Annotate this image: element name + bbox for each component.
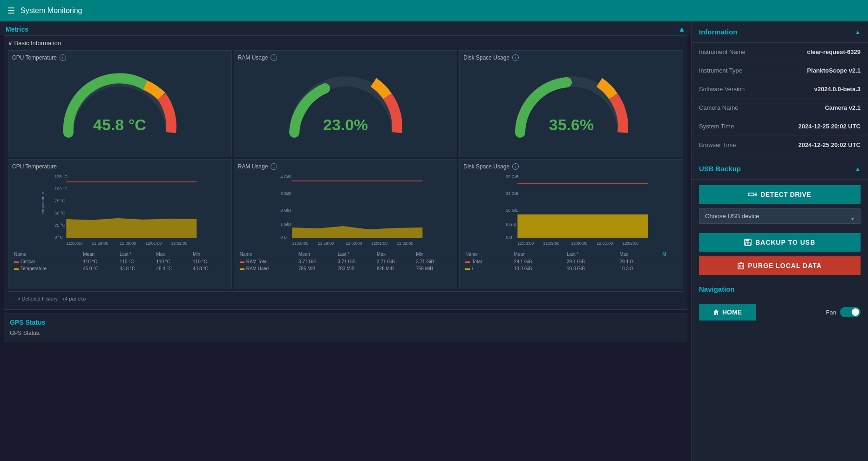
svg-text:0 °C: 0 °C — [54, 235, 63, 240]
svg-text:8 GiB: 8 GiB — [506, 222, 517, 227]
metrics-title: Metrics — [6, 26, 28, 33]
svg-marker-34 — [292, 226, 422, 238]
info-row-browser-time: Browser Time 2024-12-25 20:02 UTC — [692, 136, 868, 154]
legend-disk-total: Total 29.1 GiB 29.1 GiB 29.1 G — [463, 258, 679, 266]
legend-critical: Critical 110 °C 110 °C 110 °C 110 °C — [12, 258, 228, 266]
cpu-legend-table: Name Mean Last * Max Min Critical 110 °C — [12, 251, 228, 272]
svg-text:11:58:00: 11:58:00 — [518, 241, 534, 246]
gps-status-label: GPS Status: — [10, 330, 681, 336]
ram-gauge-svg: 23.0% — [280, 63, 411, 142]
usb-backup-section: DETECT DRIVE Choose USB device BACKUP TO… — [692, 180, 868, 281]
svg-text:16 GiB: 16 GiB — [506, 208, 519, 213]
gauges-row: CPU Temperature i 45.8 °C — [8, 50, 683, 157]
ram-chart-svg: 4 GiB 3 GiB 2 GiB 1 GiB 0 B — [238, 173, 454, 247]
ram-usage-chart: RAM Usage i 4 GiB 3 GiB 2 GiB 1 GiB 0 B — [234, 159, 458, 289]
detailed-history-toggle[interactable]: > Detailed History (4 panels) — [8, 291, 683, 306]
svg-text:2 GiB: 2 GiB — [280, 208, 291, 213]
app-title: System Monitoring — [20, 7, 82, 15]
svg-text:25 °C: 25 °C — [54, 223, 65, 227]
svg-text:11:59:00: 11:59:00 — [543, 241, 560, 246]
basic-info-toggle[interactable]: ∨ Basic Information — [8, 40, 683, 47]
disk-gauge-info-icon[interactable]: i — [512, 54, 519, 61]
left-content: Metrics ▲ ∨ Basic Information CPU Temper… — [0, 21, 691, 461]
cpu-temperature-chart: CPU Temperature 125 °C 100 °C 75 °C 50 °… — [8, 159, 232, 289]
cpu-chart-svg: 125 °C 100 °C 75 °C 50 °C 25 °C 0 °C tem… — [12, 173, 228, 247]
svg-text:0 B: 0 B — [506, 235, 513, 240]
disk-space-gauge: Disk Space Usage i 35.6% — [459, 50, 683, 157]
svg-text:23.0%: 23.0% — [323, 116, 368, 134]
svg-text:50 °C: 50 °C — [54, 211, 65, 215]
disk-chart-title: Disk Space Usage i — [463, 163, 679, 170]
cpu-gauge-svg: 45.8 °C — [54, 63, 185, 142]
navigation-section-title: Navigation — [699, 285, 735, 293]
info-row-system-time: System Time 2024-12-25 20:02 UTC — [692, 117, 868, 136]
legend-disk-slash: / 10.3 GiB 10.3 GiB 10.3 G — [463, 265, 679, 272]
fan-toggle-wrapper: Fan — [826, 307, 861, 317]
home-button[interactable]: HOME — [699, 304, 756, 321]
legend-ram-used: RAM Used 795 MiB 783 MiB 828 MiB 759 MiB — [238, 265, 454, 272]
navigation-section-header: Navigation — [692, 281, 868, 298]
usb-backup-section-header: USB Backup ▲ — [692, 158, 868, 180]
basic-info-section: ∨ Basic Information CPU Temperature i — [4, 35, 687, 310]
svg-text:0 B: 0 B — [280, 235, 287, 240]
svg-text:24 GiB: 24 GiB — [506, 191, 519, 196]
disk-space-chart: Disk Space Usage i 32 GiB 24 GiB 16 GiB … — [459, 159, 683, 289]
svg-text:11:59:00: 11:59:00 — [92, 241, 108, 246]
information-rows: Instrument Name clear-request-6329 Instr… — [692, 43, 868, 154]
usb-backup-collapse-icon[interactable]: ▲ — [855, 166, 861, 172]
usb-device-select-wrapper: Choose USB device — [699, 208, 861, 228]
ram-chart-info-icon[interactable]: i — [271, 163, 277, 170]
detect-drive-button[interactable]: DETECT DRIVE — [699, 185, 861, 204]
navigation-buttons-row: HOME Fan — [692, 298, 868, 326]
svg-marker-73 — [713, 309, 719, 315]
svg-text:11:58:00: 11:58:00 — [66, 241, 82, 246]
fan-label: Fan — [826, 309, 836, 316]
svg-point-61 — [755, 194, 756, 195]
usb-icon — [748, 191, 757, 198]
ram-gauge-info-icon[interactable]: i — [271, 54, 277, 61]
ram-gauge-title: RAM Usage i — [238, 54, 454, 61]
svg-marker-51 — [518, 214, 648, 238]
disk-chart-svg: 32 GiB 24 GiB 16 GiB 8 GiB 0 B — [463, 173, 679, 247]
info-row-instrument-name: Instrument Name clear-request-6329 — [692, 43, 868, 61]
cpu-temperature-gauge: CPU Temperature i 45.8 °C — [8, 50, 232, 157]
svg-text:12:01:00: 12:01:00 — [597, 241, 613, 246]
disk-chart-info-icon[interactable]: i — [512, 163, 519, 170]
svg-text:12:01:00: 12:01:00 — [145, 241, 162, 246]
gps-panel: GPS Status GPS Status: — [4, 314, 687, 341]
svg-text:temperature: temperature — [41, 192, 45, 214]
svg-text:11:58:00: 11:58:00 — [292, 241, 308, 246]
svg-text:32 GiB: 32 GiB — [506, 174, 519, 179]
purge-local-data-button[interactable]: PURGE LOCAL DATA — [699, 256, 861, 275]
disk-legend-table: Name Mean Last * Max M Total 29.1 GiB — [463, 251, 679, 272]
svg-text:12:02:00: 12:02:00 — [171, 241, 187, 246]
svg-text:125 °C: 125 °C — [54, 174, 68, 179]
cpu-chart-title: CPU Temperature — [12, 163, 228, 170]
cpu-gauge-info-icon[interactable]: i — [60, 54, 66, 61]
metrics-collapse-icon[interactable]: ▲ — [678, 25, 685, 33]
info-row-software-version: Software Version v2024.0.0-beta.3 — [692, 80, 868, 99]
information-section-header: Information ▲ — [692, 21, 868, 43]
purge-icon — [738, 262, 744, 269]
information-section-title: Information — [699, 28, 738, 36]
svg-text:35.6%: 35.6% — [549, 116, 593, 134]
svg-text:3 GiB: 3 GiB — [280, 191, 291, 196]
disk-gauge-title: Disk Space Usage i — [463, 54, 679, 61]
svg-point-65 — [747, 243, 748, 245]
metrics-panel-header: Metrics ▲ — [0, 21, 691, 35]
cpu-gauge-title: CPU Temperature i — [12, 54, 228, 61]
fan-toggle-switch[interactable] — [840, 307, 861, 317]
top-navigation: ☰ System Monitoring — [0, 0, 868, 21]
svg-text:12:01:00: 12:01:00 — [371, 241, 387, 246]
hamburger-icon[interactable]: ☰ — [7, 6, 15, 16]
svg-text:100 °C: 100 °C — [54, 187, 68, 191]
main-layout: Metrics ▲ ∨ Basic Information CPU Temper… — [0, 21, 868, 461]
legend-temperature: Temperature 45.0 °C 43.8 °C 48.4 °C 43.8… — [12, 265, 228, 272]
right-sidebar: Information ▲ Instrument Name clear-requ… — [691, 21, 868, 461]
svg-text:75 °C: 75 °C — [54, 199, 65, 203]
backup-to-usb-button[interactable]: BACKUP TO USB — [699, 233, 861, 252]
ram-chart-title: RAM Usage i — [238, 163, 454, 170]
ram-legend-table: Name Mean Last * Max Min RAM Total 3.71 … — [238, 251, 454, 272]
usb-device-select[interactable]: Choose USB device — [699, 208, 861, 224]
information-collapse-icon[interactable]: ▲ — [855, 29, 861, 35]
